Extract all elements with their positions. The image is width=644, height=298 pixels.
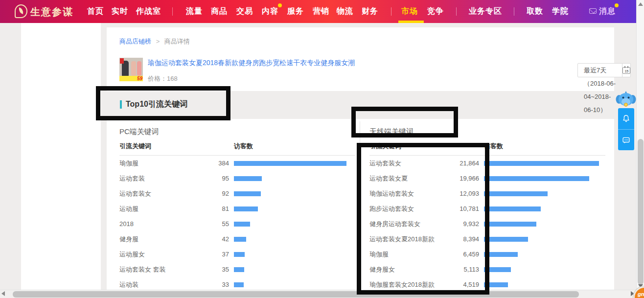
nav-item-realtime[interactable]: 实时 bbox=[112, 6, 128, 17]
feedback-chat-button[interactable] bbox=[618, 129, 634, 150]
table-row: 瑜伽运动套装女12,093 bbox=[369, 186, 605, 201]
elephant-mascot[interactable] bbox=[615, 90, 637, 109]
date-range-label[interactable]: 最近7天（2018-06-04~2018-06-10） bbox=[578, 64, 622, 77]
nav-item-content[interactable]: 内容 bbox=[262, 6, 278, 17]
keyword-cell: 运动装 bbox=[119, 280, 186, 289]
floating-toolbar bbox=[618, 108, 634, 150]
table-row: 运动套装女夏19,966 bbox=[369, 171, 605, 186]
nav-item-bizzone[interactable]: 业务专区 bbox=[469, 6, 502, 17]
table-row: 瑜伽服384 bbox=[119, 156, 355, 171]
floating-corner-badge[interactable]: gn bbox=[633, 286, 644, 298]
visitors-value: 55 bbox=[186, 220, 229, 228]
message-envelope-icon bbox=[589, 8, 597, 14]
nav-item-finance[interactable]: 财务 bbox=[362, 6, 378, 17]
keyword-cell: 运动套装女 bbox=[119, 189, 186, 198]
vertical-scrollbar-thumb[interactable] bbox=[638, 139, 644, 285]
nav-item-data[interactable]: 取数 bbox=[527, 6, 543, 17]
bar-track bbox=[234, 267, 355, 272]
breadcrumb: 商品店铺榜 > 商品详情 bbox=[119, 37, 190, 46]
keyword-column-header: 引流关键词 bbox=[119, 142, 229, 155]
visitor-bar bbox=[484, 191, 548, 196]
visitors-value: 33 bbox=[186, 281, 229, 288]
nav-item-goods[interactable]: 商品 bbox=[211, 6, 228, 17]
horizontal-scrollbar-thumb[interactable] bbox=[13, 291, 579, 298]
notifications-bell-button[interactable] bbox=[618, 108, 634, 129]
visitors-value: 81 bbox=[186, 205, 229, 212]
visitor-bar bbox=[484, 282, 508, 287]
bar-track bbox=[234, 176, 355, 181]
teal-accent-bar bbox=[120, 100, 122, 109]
product-title-link[interactable]: 瑜伽运动套装女夏2018春新款健身房跑步宽松速干衣专业健身服女潮 bbox=[148, 59, 422, 68]
table-row: 201855 bbox=[119, 216, 355, 231]
keyword-cell: 瑜伽运动套装女 bbox=[369, 189, 436, 198]
nav-item-marketing[interactable]: 营销 bbox=[313, 6, 329, 17]
bar-track bbox=[484, 237, 605, 242]
product-thumbnail[interactable]: 59 bbox=[119, 58, 143, 81]
visitor-bar bbox=[234, 222, 250, 227]
brand-name[interactable]: 生意参谋 bbox=[30, 5, 73, 19]
visitor-bar bbox=[484, 206, 541, 211]
thumbnail-figure bbox=[137, 61, 141, 76]
table-row: 运动套装女 套装35 bbox=[119, 262, 355, 277]
thumbnail-price-badge: 59 bbox=[137, 76, 142, 81]
nav-item-home[interactable]: 首页 bbox=[87, 6, 104, 17]
nav-item-market-active[interactable]: 市场 bbox=[401, 6, 418, 17]
table-row: 运动服81 bbox=[119, 201, 355, 216]
nav-item-traffic[interactable]: 流量 bbox=[186, 6, 203, 17]
visitor-bar bbox=[234, 161, 346, 166]
nav-item-warroom[interactable]: 作战室 bbox=[136, 6, 161, 17]
nav-item-competition[interactable]: 竞争 bbox=[427, 6, 444, 17]
wireless-keywords-table: 引流关键词 访客数 运动套装女21,864运动套装女夏19,966瑜伽运动套装女… bbox=[369, 142, 605, 292]
visitor-bar bbox=[234, 237, 246, 242]
nav-divider bbox=[456, 7, 457, 16]
bar-track bbox=[484, 252, 605, 257]
keyword-cell: 运动套装 bbox=[119, 174, 186, 183]
table-row: 健身服女5,113 bbox=[369, 262, 605, 277]
keyword-cell: 运动套装女 套装 bbox=[119, 265, 186, 274]
horizontal-scrollbar[interactable] bbox=[0, 290, 636, 298]
bar-track bbox=[484, 176, 605, 181]
bar-track bbox=[234, 282, 355, 287]
keyword-cell: 运动服 bbox=[119, 205, 186, 213]
nav-item-trade[interactable]: 交易 bbox=[236, 6, 253, 17]
visitors-value: 42 bbox=[186, 235, 229, 243]
nav-item-messages[interactable]: 消息 bbox=[599, 6, 616, 17]
keyword-cell: 瑜伽服 bbox=[119, 159, 186, 168]
visitors-value: 92 bbox=[186, 190, 229, 197]
calendar-button[interactable]: 15 bbox=[622, 64, 630, 77]
table-row: 瑜伽服6,459 bbox=[369, 247, 605, 262]
scroll-up-arrow[interactable] bbox=[638, 2, 643, 6]
notification-dot-content bbox=[278, 3, 282, 7]
vertical-scrollbar[interactable] bbox=[636, 0, 644, 298]
visitor-bar bbox=[234, 206, 258, 211]
section-title: Top10引流关键词 bbox=[120, 99, 187, 110]
wireless-keywords-label: 无线端关键词 bbox=[369, 127, 414, 137]
scroll-left-arrow[interactable] bbox=[1, 291, 5, 296]
nav-item-logistics[interactable]: 物流 bbox=[337, 6, 353, 17]
table-row: 跑步运动套装女10,781 bbox=[369, 201, 605, 216]
product-summary-card: 商品店铺榜 > 商品详情 59 瑜伽运动套装女夏2018春新款健身房跑步宽松速干… bbox=[107, 27, 614, 91]
table-row: 运动套装女夏2018新款8,394 bbox=[369, 231, 605, 247]
brand-logo-icon bbox=[15, 4, 27, 18]
table-row: 运动套装女92 bbox=[119, 186, 355, 201]
date-range-filter[interactable]: 最近7天（2018-06-04~2018-06-10） 15 bbox=[577, 63, 631, 77]
visitors-value: 37 bbox=[186, 251, 229, 258]
nav-item-service[interactable]: 服务 bbox=[287, 6, 304, 17]
visitors-value: 95 bbox=[186, 175, 229, 182]
left-side-panel bbox=[21, 23, 101, 290]
keyword-cell: 运动套装女夏 bbox=[369, 174, 436, 183]
keyword-cell: 健身服女 bbox=[369, 265, 436, 274]
breadcrumb-current: 商品详情 bbox=[164, 38, 190, 45]
pc-keywords-label: PC端关键词 bbox=[119, 127, 159, 137]
bar-track bbox=[234, 161, 355, 166]
visitors-value: 12,093 bbox=[436, 190, 479, 197]
bar-track bbox=[484, 161, 605, 166]
visitor-bar bbox=[484, 176, 589, 181]
breadcrumb-link-rank[interactable]: 商品店铺榜 bbox=[119, 38, 151, 45]
nav-item-academy[interactable]: 学院 bbox=[552, 6, 569, 17]
bar-track bbox=[234, 206, 355, 211]
visitors-column-header: 访客数 bbox=[234, 142, 253, 155]
bar-track bbox=[484, 282, 605, 287]
visitors-value: 19,966 bbox=[436, 175, 479, 182]
visitors-value: 21,864 bbox=[436, 160, 479, 167]
